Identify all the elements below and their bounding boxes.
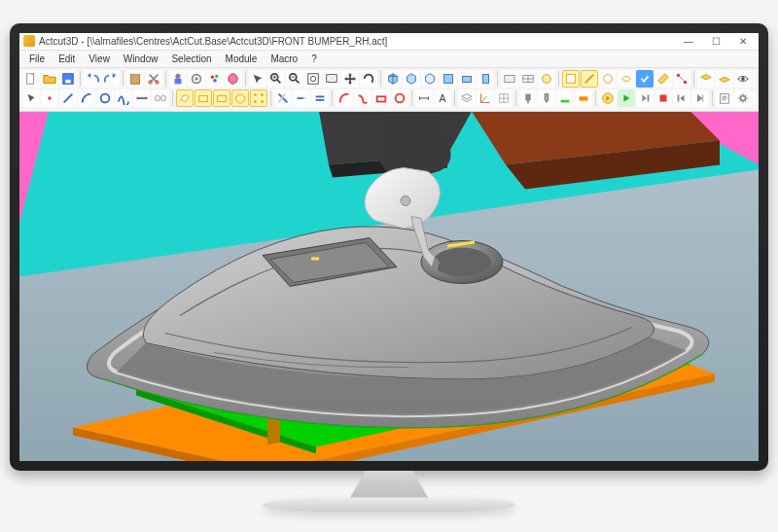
palette-button[interactable] (225, 70, 242, 88)
open-file-button[interactable] (41, 70, 58, 88)
cursor-button[interactable] (22, 89, 40, 107)
layer-2-button[interactable] (716, 70, 733, 88)
undo-button[interactable] (84, 70, 101, 88)
report-button[interactable] (716, 89, 733, 107)
menu-view[interactable]: View (83, 52, 116, 66)
fixture-button[interactable] (556, 89, 574, 107)
redo-button[interactable] (102, 70, 120, 88)
cut-button[interactable] (145, 70, 162, 88)
svg-rect-52 (648, 94, 650, 101)
arrow-tool-button[interactable] (249, 70, 266, 88)
arc-button[interactable] (78, 89, 95, 107)
sel-mode-2-button[interactable] (581, 70, 598, 88)
path-2-button[interactable] (354, 89, 371, 107)
gear-icon[interactable] (188, 70, 205, 88)
last-button[interactable] (691, 89, 709, 107)
scene-svg (19, 112, 759, 461)
iso-view-3-button[interactable] (421, 70, 439, 88)
body-sel-button[interactable] (231, 89, 249, 107)
close-button[interactable]: ✕ (729, 33, 757, 51)
svg-rect-49 (561, 99, 570, 102)
svg-rect-38 (161, 95, 165, 100)
svg-rect-2 (65, 79, 70, 83)
minimize-button[interactable]: — (675, 33, 702, 51)
menu-module[interactable]: Module (220, 52, 264, 66)
monitor-bezel: Actcut3D - [\\almafiles\Centres\ActCut.B… (10, 23, 768, 471)
measure-button[interactable] (654, 70, 672, 88)
chain-button[interactable] (152, 89, 169, 107)
sel-mode-1-button[interactable] (562, 70, 580, 88)
grid-button[interactable] (495, 89, 513, 107)
play-button[interactable] (618, 89, 635, 107)
top-view-button[interactable] (440, 70, 457, 88)
svg-point-17 (310, 76, 315, 81)
stock-button[interactable] (575, 89, 592, 107)
view-mode-2-button[interactable] (519, 70, 537, 88)
tool-button[interactable] (538, 89, 555, 107)
vertex-sel-button[interactable] (250, 89, 267, 107)
new-file-button[interactable] (22, 70, 40, 88)
active-mode-button[interactable] (636, 70, 654, 88)
layer-1-button[interactable] (697, 70, 715, 88)
view-mode-3-button[interactable] (538, 70, 555, 88)
view-mode-1-button[interactable] (501, 70, 518, 88)
svg-point-35 (136, 96, 139, 99)
layers-button[interactable] (458, 89, 476, 107)
zoom-window-button[interactable] (323, 70, 340, 88)
extend-button[interactable] (293, 89, 310, 107)
sel-mode-3-button[interactable] (599, 70, 617, 88)
viewport-3d[interactable] (19, 112, 759, 461)
visibility-button[interactable] (734, 70, 752, 88)
color-picker-button[interactable] (206, 70, 224, 88)
pan-button[interactable] (341, 70, 359, 88)
trim-button[interactable] (274, 89, 292, 107)
sel-mode-4-button[interactable] (618, 70, 635, 88)
dimension-button[interactable] (415, 89, 433, 107)
svg-rect-21 (482, 74, 488, 83)
path-1-button[interactable] (336, 89, 353, 107)
machine-button[interactable] (519, 89, 537, 107)
spline-button[interactable] (115, 89, 132, 107)
zoom-out-button[interactable] (286, 70, 303, 88)
zoom-in-button[interactable] (267, 70, 285, 88)
path-3-button[interactable] (372, 89, 390, 107)
save-button[interactable] (59, 70, 77, 88)
path-4-button[interactable] (391, 89, 408, 107)
side-view-button[interactable] (477, 70, 494, 88)
menu-edit[interactable]: Edit (53, 52, 81, 66)
iso-view-1-button[interactable] (384, 70, 402, 88)
rewind-button[interactable] (673, 89, 690, 107)
face-sel-button[interactable] (213, 89, 230, 107)
svg-point-12 (215, 74, 219, 78)
front-view-button[interactable] (458, 70, 476, 88)
paste-button[interactable] (126, 70, 144, 88)
text-button[interactable]: A (434, 89, 451, 107)
circle-button[interactable] (96, 89, 114, 107)
settings-button[interactable] (734, 89, 752, 107)
lightbulb-icon[interactable] (753, 70, 756, 88)
mechanic-icon[interactable] (169, 70, 187, 88)
maximize-button[interactable]: ☐ (702, 33, 729, 51)
menu-help[interactable]: ? (305, 52, 323, 66)
menu-file[interactable]: File (23, 52, 51, 66)
edge-sel-button[interactable] (194, 89, 212, 107)
coord-button[interactable] (477, 89, 494, 107)
svg-point-27 (741, 77, 745, 81)
stop-button[interactable] (654, 89, 672, 107)
svg-point-11 (211, 75, 215, 79)
rotate-view-button[interactable] (360, 70, 377, 88)
menu-window[interactable]: Window (118, 52, 164, 66)
step-button[interactable] (636, 89, 654, 107)
surface-sel-button[interactable] (176, 89, 194, 107)
line-button[interactable] (59, 89, 77, 107)
snap-button[interactable] (673, 70, 690, 88)
zoom-fit-button[interactable] (304, 70, 322, 88)
menu-selection[interactable]: Selection (165, 52, 217, 66)
point-button[interactable] (41, 89, 58, 107)
simulate-button[interactable] (599, 89, 617, 107)
offset-button[interactable] (311, 89, 329, 107)
menu-macro[interactable]: Macro (265, 52, 303, 66)
help-button[interactable]: ? (753, 89, 756, 107)
iso-view-2-button[interactable] (403, 70, 420, 88)
segment-button[interactable] (133, 89, 151, 107)
